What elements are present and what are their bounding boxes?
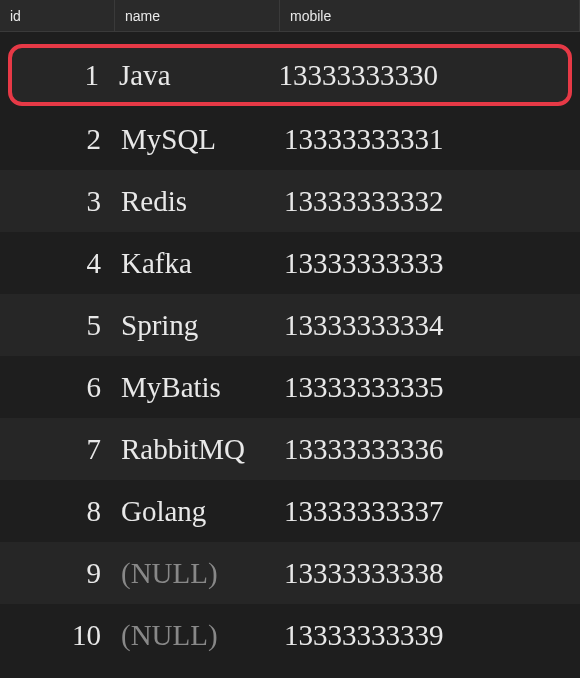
table-row[interactable]: 8Golang13333333337 xyxy=(0,480,580,542)
table-row[interactable]: 10(NULL)13333333339 xyxy=(0,604,580,666)
cell-id[interactable]: 5 xyxy=(0,309,115,342)
cell-id[interactable]: 8 xyxy=(0,495,115,528)
table-row[interactable]: 4Kafka13333333333 xyxy=(0,232,580,294)
cell-id[interactable]: 6 xyxy=(0,371,115,404)
cell-name[interactable]: RabbitMQ xyxy=(115,433,280,466)
table-row[interactable]: 6MyBatis13333333335 xyxy=(0,356,580,418)
table-row[interactable]: 7RabbitMQ13333333336 xyxy=(0,418,580,480)
column-header-mobile[interactable]: mobile xyxy=(280,0,580,31)
cell-name[interactable]: (NULL) xyxy=(115,619,280,652)
cell-id[interactable]: 3 xyxy=(0,185,115,218)
table-row[interactable]: 1Java13333333330 xyxy=(8,44,572,106)
table-header: id name mobile xyxy=(0,0,580,32)
cell-mobile[interactable]: 13333333333 xyxy=(280,247,580,280)
cell-mobile[interactable]: 13333333332 xyxy=(280,185,580,218)
cell-name[interactable]: Spring xyxy=(115,309,280,342)
cell-name[interactable]: Redis xyxy=(115,185,280,218)
cell-id[interactable]: 1 xyxy=(12,59,113,92)
cell-mobile[interactable]: 13333333336 xyxy=(280,433,580,466)
table-row[interactable]: 5Spring13333333334 xyxy=(0,294,580,356)
cell-mobile[interactable]: 13333333330 xyxy=(275,59,568,92)
cell-mobile[interactable]: 13333333335 xyxy=(280,371,580,404)
cell-mobile[interactable]: 13333333337 xyxy=(280,495,580,528)
cell-mobile[interactable]: 13333333331 xyxy=(280,123,580,156)
cell-name[interactable]: MyBatis xyxy=(115,371,280,404)
cell-name[interactable]: Kafka xyxy=(115,247,280,280)
column-header-name[interactable]: name xyxy=(115,0,280,31)
cell-name[interactable]: Golang xyxy=(115,495,280,528)
cell-name[interactable]: Java xyxy=(113,59,275,92)
cell-id[interactable]: 4 xyxy=(0,247,115,280)
cell-name[interactable]: (NULL) xyxy=(115,557,280,590)
cell-id[interactable]: 2 xyxy=(0,123,115,156)
cell-mobile[interactable]: 13333333338 xyxy=(280,557,580,590)
cell-id[interactable]: 10 xyxy=(0,619,115,652)
cell-id[interactable]: 7 xyxy=(0,433,115,466)
table-row[interactable]: 2MySQL13333333331 xyxy=(0,108,580,170)
table-row[interactable]: 9(NULL)13333333338 xyxy=(0,542,580,604)
cell-id[interactable]: 9 xyxy=(0,557,115,590)
cell-mobile[interactable]: 13333333334 xyxy=(280,309,580,342)
cell-mobile[interactable]: 13333333339 xyxy=(280,619,580,652)
table-body: 1Java133333333302MySQL133333333313Redis1… xyxy=(0,32,580,666)
table-row[interactable]: 3Redis13333333332 xyxy=(0,170,580,232)
cell-name[interactable]: MySQL xyxy=(115,123,280,156)
column-header-id[interactable]: id xyxy=(0,0,115,31)
data-table: id name mobile 1Java133333333302MySQL133… xyxy=(0,0,580,666)
